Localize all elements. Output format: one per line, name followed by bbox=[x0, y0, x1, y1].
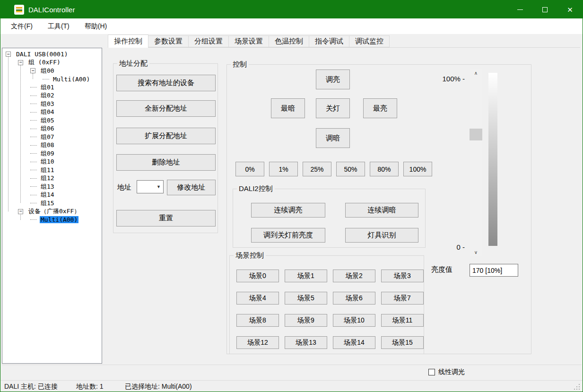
lamp-identify-button[interactable]: 灯具识别 bbox=[345, 228, 418, 243]
scene-button[interactable]: 场景7 bbox=[381, 292, 424, 305]
scene-button[interactable]: 场景8 bbox=[236, 314, 279, 327]
scene-button[interactable]: 场景9 bbox=[285, 314, 327, 327]
scene-button[interactable]: 场景0 bbox=[236, 270, 279, 282]
tab[interactable]: 调试监控 bbox=[349, 35, 390, 47]
percent-button[interactable]: 50% bbox=[336, 162, 365, 176]
dim-down-button[interactable]: 调暗 bbox=[316, 128, 350, 148]
percent-button[interactable]: 100% bbox=[403, 162, 432, 176]
scene-button[interactable]: 场景3 bbox=[381, 270, 424, 282]
minimize-button[interactable] bbox=[507, 0, 532, 18]
dim-up-button[interactable]: 调亮 bbox=[316, 70, 350, 89]
percent-button[interactable]: 25% bbox=[303, 162, 331, 176]
tree-item[interactable]: 组07 bbox=[30, 133, 55, 141]
scene-button[interactable]: 场景6 bbox=[333, 292, 375, 305]
menu-item[interactable]: 文件(F) bbox=[10, 21, 34, 32]
brightness-value-field[interactable]: 170 [10%] bbox=[470, 264, 518, 277]
tree-item-label[interactable]: 组12 bbox=[40, 174, 55, 183]
collapse-minus-icon[interactable]: − bbox=[6, 52, 11, 57]
tree-item[interactable]: −组00 bbox=[30, 67, 55, 75]
tab[interactable]: 色温控制 bbox=[269, 35, 309, 47]
extend-assign-addresses-button[interactable]: 扩展分配地址 bbox=[116, 128, 216, 144]
checkbox-icon[interactable] bbox=[428, 369, 435, 375]
tree-item[interactable]: 组02 bbox=[30, 92, 55, 100]
scene-button[interactable]: 场景15 bbox=[381, 336, 424, 349]
tree-item-label[interactable]: 组02 bbox=[40, 91, 55, 100]
tree-item-label[interactable]: 组06 bbox=[40, 124, 55, 133]
delete-address-button[interactable]: 删除地址 bbox=[116, 154, 216, 171]
device-tree[interactable]: −DALI USB(0001)−组 (0xFF)−组00Multi(A00)组0… bbox=[2, 48, 102, 364]
tree-item-label[interactable]: 设备（广播0xFF） bbox=[27, 207, 81, 216]
scene-button[interactable]: 场景10 bbox=[333, 314, 375, 327]
scrollbar-thumb[interactable] bbox=[470, 129, 482, 140]
collapse-minus-icon[interactable]: − bbox=[30, 68, 35, 73]
tree-item[interactable]: 组14 bbox=[30, 191, 55, 199]
tree-item-label[interactable]: 组09 bbox=[40, 149, 55, 158]
scroll-down-arrow-icon[interactable]: ∨ bbox=[470, 248, 482, 256]
address-combobox[interactable]: ▼ bbox=[137, 180, 164, 193]
close-button[interactable]: ✕ bbox=[557, 0, 583, 18]
tree-item[interactable]: −组 (0xFF) bbox=[18, 59, 61, 67]
reset-button[interactable]: 重置 bbox=[116, 210, 216, 226]
brightness-scrollbar[interactable]: ∧ ∨ bbox=[470, 69, 482, 256]
tree-item-label[interactable]: 组08 bbox=[40, 141, 55, 149]
tree-item[interactable]: 组03 bbox=[30, 100, 55, 108]
tree-item[interactable]: 组01 bbox=[30, 83, 55, 91]
recall-last-level-button[interactable]: 调到关灯前亮度 bbox=[251, 228, 325, 243]
percent-button[interactable]: 1% bbox=[269, 162, 298, 176]
collapse-minus-icon[interactable]: − bbox=[18, 60, 23, 65]
scene-button[interactable]: 场景5 bbox=[285, 292, 327, 305]
menu-item[interactable]: 帮助(H) bbox=[84, 21, 108, 32]
tree-item-label[interactable]: 组03 bbox=[40, 100, 55, 108]
modify-address-button[interactable]: 修改地址 bbox=[167, 180, 216, 195]
tree-item-label[interactable]: 组14 bbox=[40, 191, 55, 199]
continuous-dim-up-button[interactable]: 连续调亮 bbox=[251, 203, 325, 218]
tree-item[interactable]: 组09 bbox=[30, 149, 55, 157]
tree-item[interactable]: −DALI USB(0001) bbox=[6, 50, 69, 58]
tree-item-label[interactable]: 组01 bbox=[40, 83, 55, 92]
max-brightness-button[interactable]: 最亮 bbox=[363, 98, 397, 118]
tab[interactable]: 参数设置 bbox=[148, 35, 189, 47]
min-brightness-button[interactable]: 最暗 bbox=[271, 98, 305, 118]
tree-item-label[interactable]: 组13 bbox=[40, 183, 55, 191]
lamp-off-button[interactable]: 关灯 bbox=[316, 98, 350, 118]
tree-item[interactable]: 组11 bbox=[30, 166, 55, 174]
scene-button[interactable]: 场景12 bbox=[236, 336, 279, 349]
tab[interactable]: 操作控制 bbox=[108, 35, 148, 48]
tree-item-label[interactable]: 组00 bbox=[40, 67, 55, 75]
tree-item-label[interactable]: 组10 bbox=[40, 157, 55, 166]
scene-button[interactable]: 场景11 bbox=[381, 314, 424, 327]
tree-item[interactable]: 组10 bbox=[30, 158, 55, 166]
tree-item-label[interactable]: Multi(A00) bbox=[52, 76, 91, 83]
percent-button[interactable]: 0% bbox=[235, 162, 264, 176]
scroll-up-arrow-icon[interactable]: ∧ bbox=[470, 69, 482, 77]
assign-new-addresses-button[interactable]: 全新分配地址 bbox=[116, 100, 216, 117]
tree-item-label[interactable]: DALI USB(0001) bbox=[15, 51, 69, 58]
tree-item[interactable]: 组12 bbox=[30, 174, 55, 183]
tree-item[interactable]: 组05 bbox=[30, 116, 55, 124]
tree-item-label[interactable]: 组 (0xFF) bbox=[27, 58, 61, 67]
tab[interactable]: 指令调试 bbox=[309, 35, 349, 47]
continuous-dim-down-button[interactable]: 连续调暗 bbox=[345, 203, 418, 218]
tree-item[interactable]: 组08 bbox=[30, 141, 55, 149]
tree-item[interactable]: −设备（广播0xFF） bbox=[18, 208, 81, 216]
tree-item-label[interactable]: 组04 bbox=[40, 108, 55, 116]
tree-item[interactable]: Multi(A00) bbox=[30, 216, 78, 224]
scene-button[interactable]: 场景1 bbox=[285, 270, 327, 282]
maximize-button[interactable] bbox=[532, 0, 557, 18]
tree-item-label[interactable]: 组15 bbox=[40, 199, 55, 208]
tree-item-label[interactable]: Multi(A00) bbox=[40, 216, 78, 223]
scene-button[interactable]: 场景4 bbox=[236, 292, 279, 305]
tab[interactable]: 分组设置 bbox=[188, 35, 229, 47]
tree-item-label[interactable]: 组11 bbox=[40, 166, 55, 174]
tree-item[interactable]: 组15 bbox=[30, 199, 55, 207]
search-addressed-devices-button[interactable]: 搜索有地址的设备 bbox=[116, 75, 216, 91]
menu-item[interactable]: 工具(T) bbox=[47, 21, 70, 32]
scene-button[interactable]: 场景2 bbox=[333, 270, 375, 282]
tree-item[interactable]: 组04 bbox=[30, 108, 55, 116]
tab[interactable]: 场景设置 bbox=[228, 35, 269, 47]
tree-item[interactable]: 组06 bbox=[30, 125, 55, 133]
tree-item-label[interactable]: 组05 bbox=[40, 116, 55, 125]
tree-item[interactable]: 组13 bbox=[30, 183, 55, 191]
percent-button[interactable]: 80% bbox=[370, 162, 399, 176]
scene-button[interactable]: 场景13 bbox=[285, 336, 327, 349]
